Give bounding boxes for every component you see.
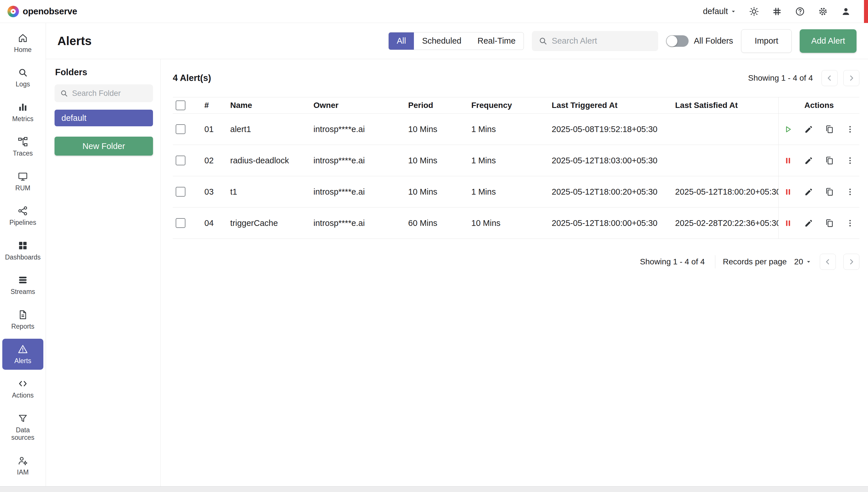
resume-alert-button[interactable] [782,123,794,135]
sidebar-item-reports[interactable]: Reports [2,304,43,335]
row-checkbox[interactable] [176,218,185,228]
pause-alert-button[interactable] [782,217,794,229]
table-row: 01 alert1 introsp****e.ai 10 Mins 1 Mins… [173,114,860,145]
alert-search-box [532,31,658,51]
next-page-button-top[interactable] [843,70,860,86]
more-actions-button[interactable] [844,123,856,135]
chevron-down-icon [805,258,812,266]
all-folders-toggle[interactable] [666,35,689,47]
sidebar-item-alerts[interactable]: Alerts [2,339,43,370]
more-vert-icon [845,187,855,197]
logo-icon [7,6,19,17]
sidebar-item-logs[interactable]: Logs [2,62,43,93]
search-folder-input[interactable] [72,89,148,98]
alerts-table-pane: 4 Alert(s) Showing 1 - 4 of 4 [161,59,868,486]
red-indicator [864,0,868,23]
edit-alert-button[interactable] [803,123,815,135]
org-selector[interactable]: default [703,7,737,16]
select-all-checkbox[interactable] [176,100,185,110]
more-vert-icon [845,125,855,134]
edit-alert-button[interactable] [803,186,815,198]
prev-page-button-top[interactable] [821,70,838,86]
search-icon [538,36,548,46]
more-actions-button[interactable] [844,217,856,229]
code-icon [18,378,28,389]
alert-count-label: 4 Alert(s) [173,73,211,83]
search-alert-input[interactable] [552,36,652,46]
import-button[interactable]: Import [741,29,792,53]
profile-button[interactable] [840,5,852,18]
row-checkbox[interactable] [176,187,185,197]
play-icon [783,125,793,134]
chevron-right-icon [847,74,855,82]
bar-chart-icon [18,102,28,113]
page-title: Alerts [57,34,92,48]
tab-all[interactable]: All [389,32,414,50]
new-folder-button[interactable]: New Folder [54,137,153,155]
pause-icon [783,187,793,197]
sidebar-item-streams[interactable]: Streams [2,270,43,300]
folder-item-default[interactable]: default [54,109,153,126]
sidebar-item-metrics[interactable]: Metrics [2,97,43,128]
theme-toggle-button[interactable] [748,5,760,18]
help-button[interactable] [794,5,806,18]
clone-alert-button[interactable] [823,154,836,167]
sidebar-item-rum[interactable]: RUM [2,166,43,197]
folders-title: Folders [55,67,153,77]
sidebar-item-iam[interactable]: IAM [2,450,43,481]
sidebar-item-dashboards[interactable]: Dashboards [2,235,43,266]
sidebar: Home Logs Metrics Traces RUM Pipelines D… [0,23,46,486]
sidebar-item-actions[interactable]: Actions [2,373,43,404]
row-checkbox[interactable] [176,155,185,165]
col-actions: Actions [778,97,860,114]
chevron-down-icon [730,8,737,15]
pencil-icon [804,187,814,197]
monitor-icon [18,171,28,182]
next-page-button-bottom[interactable] [843,254,860,270]
org-selector-value: default [703,7,728,16]
row-checkbox[interactable] [176,124,185,134]
prev-page-button-bottom[interactable] [820,254,836,270]
chevron-left-icon [825,74,834,82]
slack-button[interactable] [771,5,783,18]
clone-alert-button[interactable] [823,217,836,229]
more-actions-button[interactable] [844,186,856,198]
gear-icon [818,6,828,17]
app-logo: openobserve [7,6,77,17]
more-actions-button[interactable] [844,154,856,167]
clone-alert-button[interactable] [823,123,836,135]
pause-icon [783,218,793,228]
showing-label-bottom: Showing 1 - 4 of 4 [640,257,705,266]
edit-alert-button[interactable] [803,217,815,229]
document-icon [18,310,28,320]
clone-alert-button[interactable] [823,186,836,198]
alerts-table: # Name Owner Period Frequency Last Trigg… [173,97,860,239]
bottom-strip [0,486,868,492]
edit-alert-button[interactable] [803,154,815,167]
sun-icon [749,6,759,17]
col-period: Period [408,101,471,110]
records-per-page-value: 20 [794,257,803,266]
pause-icon [783,156,793,165]
user-icon [841,6,851,17]
sidebar-item-data-sources[interactable]: Data sources [2,408,43,447]
traces-icon [18,137,28,147]
settings-button[interactable] [817,5,829,18]
table-row: 03 t1 introsp****e.ai 10 Mins 1 Mins 202… [173,176,860,207]
pencil-icon [804,125,814,134]
col-name: Name [230,101,314,110]
alert-name: alert1 [230,125,314,134]
sidebar-item-traces[interactable]: Traces [2,131,43,162]
pause-alert-button[interactable] [782,186,794,198]
tab-real-time[interactable]: Real-Time [469,32,524,50]
pause-alert-button[interactable] [782,154,794,167]
sidebar-item-home[interactable]: Home [2,28,43,58]
records-per-page-select[interactable]: 20 [794,257,812,266]
topbar-actions: default [703,5,868,18]
col-num: # [204,101,230,110]
add-alert-button[interactable]: Add Alert [800,29,857,53]
tab-scheduled[interactable]: Scheduled [414,32,469,50]
search-icon [60,89,68,98]
sidebar-item-pipelines[interactable]: Pipelines [2,200,43,231]
alert-type-tabs: All Scheduled Real-Time [388,32,524,50]
